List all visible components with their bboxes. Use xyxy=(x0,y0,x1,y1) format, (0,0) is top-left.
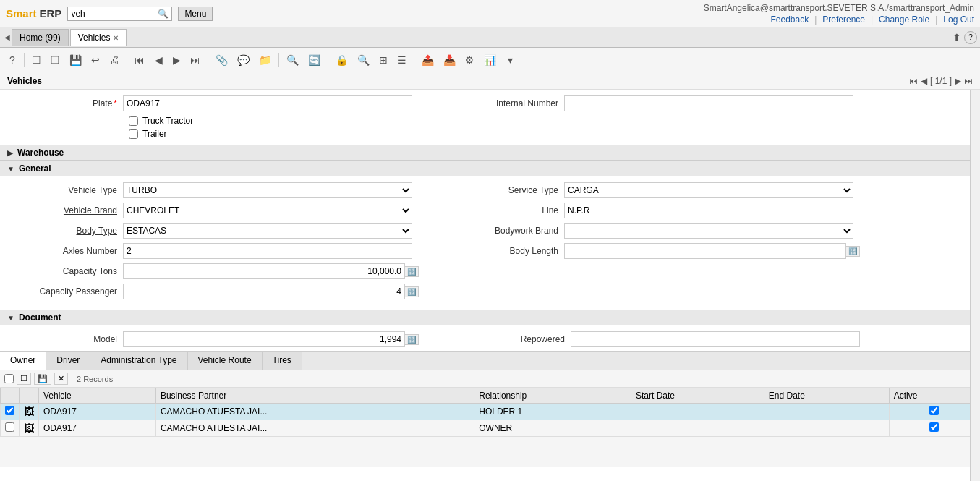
note-btn[interactable]: 💬 xyxy=(234,52,253,68)
model-calc-btn[interactable]: 🔢 xyxy=(405,334,419,345)
grid-btn[interactable]: ⊞ xyxy=(375,52,391,68)
nav-next-btn[interactable]: ▶ xyxy=(169,52,184,68)
record-first-btn[interactable]: ⏮ xyxy=(909,76,918,86)
help-button[interactable]: ? xyxy=(964,31,977,44)
lock-btn[interactable]: 🔒 xyxy=(332,52,351,68)
search-button[interactable]: 🔍 xyxy=(158,9,169,19)
feedback-link[interactable]: Feedback xyxy=(770,14,809,25)
record-pagination: [ 1/1 ] xyxy=(930,76,952,86)
find-btn[interactable]: 🔍 xyxy=(354,52,373,68)
export-btn[interactable]: 📤 xyxy=(418,52,438,68)
col-vehicle: Vehicle xyxy=(39,388,156,404)
col-checkbox xyxy=(1,388,20,404)
collapse-button[interactable]: ⬆ xyxy=(953,31,961,44)
table-row[interactable]: 🖼 ODA917 CAMACHO ATUESTA JAI... HOLDER 1 xyxy=(1,404,980,420)
chart-btn[interactable]: 📊 xyxy=(480,52,500,68)
copy-btn[interactable]: ❑ xyxy=(47,52,64,68)
menu-button[interactable]: Menu xyxy=(178,7,213,21)
model-label: Model xyxy=(14,334,123,344)
form-area: Plate ODA917 Internal Number Truck Tract… xyxy=(0,90,980,351)
nav-prev-btn[interactable]: ◀ xyxy=(150,52,166,68)
row-vehicle-0: ODA917 xyxy=(39,404,156,420)
row-active-checkbox-0[interactable] xyxy=(929,406,939,415)
capacity-tons-input[interactable]: 10,000.0 xyxy=(123,263,405,279)
capacity-tons-calc-btn[interactable]: 🔢 xyxy=(405,266,419,277)
vehicle-type-select[interactable]: TURBO xyxy=(123,182,412,198)
record-last-btn[interactable]: ⏭ xyxy=(964,76,973,86)
tab-vehicle-route[interactable]: Vehicle Route xyxy=(188,352,263,370)
new-btn[interactable]: ☐ xyxy=(28,52,45,68)
table-select-all-checkbox[interactable] xyxy=(4,374,14,383)
record-next-btn[interactable]: ▶ xyxy=(955,76,961,86)
capacity-passenger-label: Capacity Passenger xyxy=(14,286,123,297)
internal-number-input[interactable] xyxy=(564,95,853,111)
archive-btn[interactable]: 📁 xyxy=(255,52,275,68)
bodywork-brand-label: Bodywork Brand xyxy=(470,226,564,236)
zoom-btn[interactable]: 🔍 xyxy=(283,52,302,68)
tab-driver[interactable]: Driver xyxy=(46,352,90,370)
table-save-btn[interactable]: 💾 xyxy=(34,373,51,385)
general-section-header[interactable]: ▼ General xyxy=(0,161,980,176)
col-relationship: Relationship xyxy=(474,388,631,404)
axles-number-input[interactable]: 2 xyxy=(123,243,412,259)
warehouse-section-header[interactable]: ▶ Warehouse xyxy=(0,145,980,161)
more-btn[interactable]: ▾ xyxy=(502,52,518,68)
col-start-date: Start Date xyxy=(631,388,764,404)
table-delete-btn[interactable]: ✕ xyxy=(54,373,68,385)
row-business-partner-0: CAMACHO ATUESTA JAI... xyxy=(155,404,474,420)
trailer-checkbox[interactable] xyxy=(129,129,138,139)
row-checkbox-1[interactable] xyxy=(5,422,14,432)
body-length-calc-btn[interactable]: 🔢 xyxy=(846,246,860,257)
print-btn[interactable]: 🖨 xyxy=(106,52,123,68)
tab-vehicles[interactable]: Vehicles ✕ xyxy=(70,29,127,46)
tab-vehicles-close[interactable]: ✕ xyxy=(113,34,119,42)
bodywork-brand-select[interactable] xyxy=(564,223,853,239)
list-btn[interactable]: ☰ xyxy=(393,52,410,68)
service-type-select[interactable]: CARGA xyxy=(564,182,853,198)
capacity-passenger-input[interactable]: 4 xyxy=(123,284,405,299)
tab-tires[interactable]: Tires xyxy=(263,352,302,370)
repowered-input[interactable] xyxy=(571,331,860,347)
settings-btn[interactable]: ⚙ xyxy=(461,52,478,68)
import-btn[interactable]: 📥 xyxy=(440,52,459,68)
tab-administration-type[interactable]: Administration Type xyxy=(90,352,187,370)
body-type-select[interactable]: ESTACAS xyxy=(123,223,412,239)
vehicle-brand-label: Vehicle Brand xyxy=(14,205,123,216)
tab-owner[interactable]: Owner xyxy=(0,352,46,370)
content-area: Plate ODA917 Internal Number Truck Tract… xyxy=(0,90,980,481)
col-icon xyxy=(20,388,39,404)
truck-tractor-checkbox[interactable] xyxy=(129,116,138,126)
nav-last-btn[interactable]: ⏭ xyxy=(187,52,204,68)
line-input[interactable]: N.P.R xyxy=(564,203,853,218)
right-scrollbar[interactable] xyxy=(970,90,980,481)
record-prev-btn[interactable]: ◀ xyxy=(921,76,927,86)
table-new-btn[interactable]: ☐ xyxy=(17,373,31,385)
refresh-btn[interactable]: 🔄 xyxy=(304,52,324,68)
search-input[interactable]: veh xyxy=(71,9,158,19)
row-active-checkbox-1[interactable] xyxy=(929,422,939,432)
record-title: Vehicles xyxy=(7,76,42,86)
row-relationship-0: HOLDER 1 xyxy=(474,404,631,420)
preference-link[interactable]: Preference xyxy=(822,14,865,25)
tab-scroll-left[interactable]: ◀ xyxy=(3,32,12,43)
document-section-header[interactable]: ▼ Document xyxy=(0,310,980,325)
document-label: Document xyxy=(19,312,61,323)
row-checkbox-0[interactable] xyxy=(5,406,14,415)
attachment-btn[interactable]: 📎 xyxy=(212,52,231,68)
plate-input[interactable]: ODA917 xyxy=(123,95,412,111)
app-logo: SmartERP xyxy=(6,7,61,20)
capacity-passenger-calc-btn[interactable]: 🔢 xyxy=(405,286,419,297)
table-row[interactable]: 🖼 ODA917 CAMACHO ATUESTA JAI... OWNER xyxy=(1,420,980,437)
tab-home[interactable]: Home (99) xyxy=(12,29,69,46)
model-input[interactable]: 1,994 xyxy=(123,331,405,347)
body-type-label: Body Type xyxy=(14,226,123,236)
save-btn[interactable]: 💾 xyxy=(66,52,85,68)
help-toolbar-btn[interactable]: ? xyxy=(4,52,20,68)
record-bar: Vehicles ⏮ ◀ [ 1/1 ] ▶ ⏭ xyxy=(0,72,980,90)
body-length-input[interactable] xyxy=(564,243,846,259)
log-out-link[interactable]: Log Out xyxy=(943,14,974,25)
change-role-link[interactable]: Change Role xyxy=(879,14,929,25)
nav-first-btn[interactable]: ⏮ xyxy=(131,52,148,68)
vehicle-brand-select[interactable]: CHEVROLET xyxy=(123,203,412,218)
restore-btn[interactable]: ↩ xyxy=(88,52,103,68)
